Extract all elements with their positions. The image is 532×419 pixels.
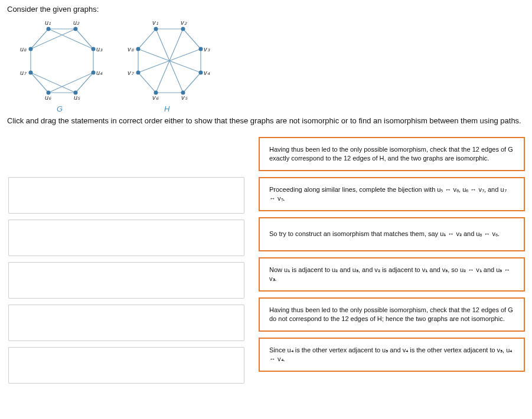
svg-point-39 <box>136 47 141 51</box>
statement-card[interactable]: Since u₄ is the other vertex adjacent to… <box>259 338 525 372</box>
svg-line-10 <box>31 73 76 93</box>
vlabel: u₃ <box>96 45 102 53</box>
svg-point-18 <box>29 71 33 75</box>
svg-point-33 <box>181 27 185 31</box>
svg-line-1 <box>76 29 93 49</box>
drop-slot[interactable] <box>8 220 244 256</box>
statement-card[interactable]: Having thus been led to the only possibl… <box>259 137 525 171</box>
svg-point-15 <box>92 71 96 75</box>
drop-slot[interactable] <box>8 177 244 214</box>
statement-text: Proceeding along similar lines, complete… <box>269 185 514 203</box>
vlabel: v₈ <box>128 45 133 53</box>
vlabel: v₂ <box>181 19 187 27</box>
statement-text: So try to construct an isomorphism that … <box>269 230 514 238</box>
svg-line-5 <box>31 73 48 93</box>
svg-point-38 <box>136 71 141 75</box>
svg-line-3 <box>76 73 93 93</box>
statement-card[interactable]: Now u₁ is adjacent to u₂ and u₃, and v₂ … <box>259 257 525 292</box>
instruction-text: Click and drag the statements in correct… <box>7 116 525 126</box>
statement-text: Having thus been led to the only possibl… <box>269 306 514 323</box>
graph-g: u₁ u₂ u₃ u₄ u₅ u₆ u₇ u₈ G <box>18 18 106 110</box>
graph-g-svg <box>18 18 106 104</box>
svg-point-34 <box>199 47 203 51</box>
graph-h-svg <box>125 18 214 104</box>
drop-slot[interactable] <box>8 262 244 299</box>
vlabel: u₂ <box>73 19 79 27</box>
statement-card[interactable]: Having thus been led to the only possibl… <box>259 297 525 332</box>
drop-slot[interactable] <box>8 347 244 384</box>
statements-column: Having thus been led to the only possibl… <box>259 137 525 384</box>
graph-h: v₁ v₂ v₃ v₄ v₅ v₆ v₇ v₈ H <box>125 18 214 110</box>
svg-point-13 <box>74 27 78 31</box>
graph-h-label: H <box>164 104 169 113</box>
question-header: Consider the given graphs: <box>7 5 525 14</box>
svg-line-27 <box>138 29 156 49</box>
vlabel: v₇ <box>128 69 133 77</box>
statement-text: Now u₁ is adjacent to u₂ and u₃, and v₂ … <box>269 266 514 283</box>
svg-point-14 <box>92 47 96 51</box>
drop-slot[interactable] <box>8 305 244 341</box>
drop-slots-column <box>8 137 244 384</box>
svg-point-32 <box>154 27 158 31</box>
statement-text: Having thus been led to the only possibl… <box>269 145 514 163</box>
vlabel: v₆ <box>152 94 158 102</box>
statement-text: Since u₄ is the other vertex adjacent to… <box>269 346 514 364</box>
svg-point-12 <box>47 27 51 31</box>
svg-point-19 <box>29 47 33 51</box>
vlabel: u₈ <box>20 45 26 53</box>
vlabel: v₄ <box>204 69 210 77</box>
statement-card[interactable]: So try to construct an isomorphism that … <box>259 217 525 251</box>
vlabel: v₁ <box>152 19 158 27</box>
svg-line-7 <box>31 29 48 49</box>
svg-line-21 <box>183 29 201 49</box>
svg-line-23 <box>183 73 201 93</box>
svg-line-11 <box>31 29 76 49</box>
vlabel: u₇ <box>20 69 26 77</box>
svg-point-35 <box>199 71 203 75</box>
graphs-row: u₁ u₂ u₃ u₄ u₅ u₆ u₇ u₈ G <box>7 18 525 110</box>
vlabel: v₅ <box>181 94 187 102</box>
vlabel: u₆ <box>45 94 51 102</box>
vlabel: u₁ <box>45 19 51 27</box>
vlabel: u₅ <box>74 94 80 102</box>
drag-area: Having thus been led to the only possibl… <box>7 137 525 384</box>
vlabel: u₄ <box>96 69 102 77</box>
svg-line-9 <box>48 73 93 93</box>
statement-card[interactable]: Proceeding along similar lines, complete… <box>259 177 525 211</box>
svg-line-25 <box>138 73 156 93</box>
graph-g-label: G <box>57 104 63 113</box>
svg-line-8 <box>48 29 93 49</box>
vlabel: v₃ <box>204 45 210 53</box>
